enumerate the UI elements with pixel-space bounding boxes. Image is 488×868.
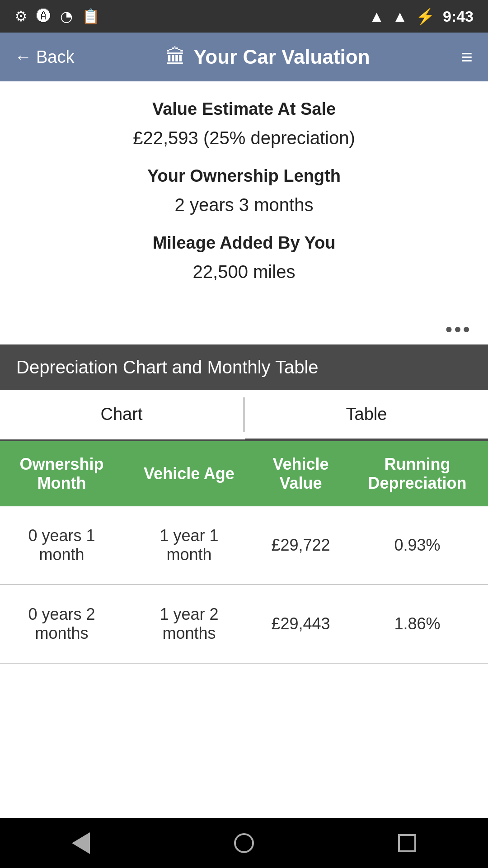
sd-icon: 📋 (82, 8, 100, 25)
row1-vehicle-age: 1 year 1month (123, 506, 255, 585)
row1-vehicle-value: £29,722 (255, 506, 347, 585)
main-content: Value Estimate At Sale £22,593 (25% depr… (0, 81, 488, 818)
app-header: ← Back 🏛 Your Car Valuation ≡ (0, 33, 488, 81)
status-bar-right-icons: ▲ ▲ ⚡ 9:43 (369, 7, 474, 25)
depreciation-section-header: Depreciation Chart and Monthly Table (0, 344, 488, 390)
chart-tab[interactable]: Chart (0, 390, 243, 439)
row2-vehicle-age: 1 year 2months (123, 585, 255, 663)
row2-running-depreciation: 1.86% (347, 585, 488, 663)
row1-ownership-month: 0 years 1month (0, 506, 123, 585)
status-bar: ⚙ 🅐 ◔ 📋 ▲ ▲ ⚡ 9:43 (0, 0, 488, 33)
chart-table-toggle: Chart Table (0, 390, 488, 441)
signal-icon: ▲ (392, 8, 408, 25)
back-label[interactable]: Back (36, 47, 74, 67)
col-header-vehicle-value: VehicleValue (255, 441, 347, 506)
value-estimate-label: Value Estimate At Sale (22, 99, 466, 119)
nav-back-button[interactable] (72, 832, 90, 854)
table-tab-label: Table (346, 405, 387, 424)
page-title: Your Car Valuation (193, 46, 370, 68)
back-button[interactable]: ← Back (14, 47, 74, 67)
recents-square-icon (398, 834, 416, 852)
mileage-label: Mileage Added By You (22, 233, 466, 253)
settings-icon: ⚙ (14, 8, 28, 25)
row2-vehicle-value: £29,443 (255, 585, 347, 663)
three-dots-menu[interactable]: ••• (0, 318, 488, 344)
nav-recents-button[interactable] (398, 834, 416, 852)
home-circle-icon (234, 833, 254, 853)
ownership-length-label: Your Ownership Length (22, 166, 466, 186)
mileage-value: 22,500 miles (22, 262, 466, 282)
ownership-length-value: 2 years 3 months (22, 195, 466, 215)
bottom-nav (0, 818, 488, 868)
clock: 9:43 (443, 8, 474, 25)
menu-button[interactable]: ≡ (461, 46, 474, 68)
back-triangle-icon (72, 832, 90, 854)
value-estimate-value: £22,593 (25% depreciation) (22, 128, 466, 148)
row2-ownership-month: 0 years 2months (0, 585, 123, 663)
status-bar-left-icons: ⚙ 🅐 ◔ 📋 (14, 8, 100, 25)
col-header-ownership-month: OwnershipMonth (0, 441, 123, 506)
table-row: 0 years 1month 1 year 1month £29,722 0.9… (0, 506, 488, 585)
nav-home-button[interactable] (234, 833, 254, 853)
col-header-vehicle-age: Vehicle Age (123, 441, 255, 506)
depreciation-table: OwnershipMonth Vehicle Age VehicleValue … (0, 441, 488, 664)
car-valuation-icon: 🏛 (165, 46, 185, 68)
table-row: 0 years 2months 1 year 2months £29,443 1… (0, 585, 488, 663)
row1-running-depreciation: 0.93% (347, 506, 488, 585)
table-header-row: OwnershipMonth Vehicle Age VehicleValue … (0, 441, 488, 506)
header-title-area: 🏛 Your Car Valuation (74, 46, 461, 68)
wifi-icon: ▲ (369, 8, 385, 25)
table-tab[interactable]: Table (245, 390, 488, 441)
depreciation-section-title: Depreciation Chart and Monthly Table (16, 357, 472, 377)
disk-icon: ◔ (60, 8, 73, 25)
font-icon: 🅐 (37, 8, 51, 25)
chart-tab-label: Chart (101, 405, 143, 424)
back-arrow-icon: ← (14, 47, 32, 67)
col-header-running-depreciation: RunningDepreciation (347, 441, 488, 506)
info-section: Value Estimate At Sale £22,593 (25% depr… (0, 81, 488, 318)
battery-icon: ⚡ (416, 7, 435, 25)
